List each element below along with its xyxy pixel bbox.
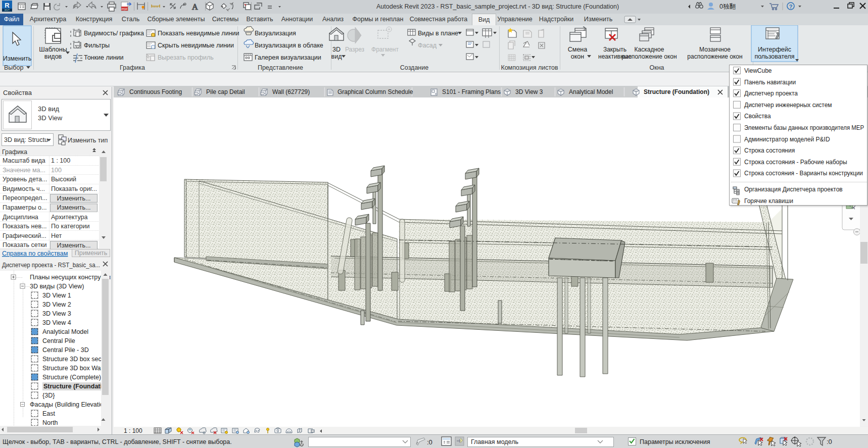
svg-text:Показать невидимые линии: Показать невидимые линии [158, 30, 239, 37]
svg-text:Графический...: Графический... [3, 232, 46, 239]
svg-text:Analytical Model: Analytical Model [569, 88, 613, 95]
svg-text:1 : 100: 1 : 100 [124, 427, 142, 434]
svg-text:Каскадное: Каскадное [635, 46, 664, 53]
svg-text:Мозаичное: Мозаичное [699, 46, 731, 53]
svg-text:Визуализация в облаке: Визуализация в облаке [255, 42, 323, 49]
svg-text:Главная модель: Главная модель [471, 438, 518, 445]
svg-text:Организация Диспетчера проекто: Организация Диспетчера проектов [744, 186, 843, 193]
svg-text:Щелчок - выбор, ТАВ - варианты: Щелчок - выбор, ТАВ - варианты, CTRL - д… [3, 438, 232, 445]
svg-text:1 : 100: 1 : 100 [51, 157, 70, 164]
svg-text:Диспетчер инженерных систем: Диспетчер инженерных систем [744, 102, 832, 109]
svg-text:окон: окон [571, 53, 585, 60]
svg-text:Администратор моделей P&ID: Администратор моделей P&ID [744, 136, 830, 143]
svg-text:Горячие клавиши: Горячие клавиши [744, 197, 793, 205]
svg-text:Интерфейс: Интерфейс [758, 46, 791, 53]
svg-text:Фильтры: Фильтры [84, 42, 110, 49]
svg-text:Тонкие линии: Тонкие линии [84, 54, 124, 61]
svg-text:Видимость/ графика: Видимость/ графика [84, 30, 144, 37]
svg-text:PDF: PDF [122, 8, 128, 11]
svg-text:Строка состояния - Рабочие наб: Строка состояния - Рабочие наборы [744, 159, 847, 166]
svg-text:Визуализация: Визуализация [255, 30, 296, 37]
svg-text:Нет: Нет [51, 232, 62, 239]
svg-text:Представление: Представление [258, 64, 303, 71]
svg-text:ViewCube: ViewCube [744, 67, 772, 74]
svg-text:Справка по свойствам: Справка по свойствам [2, 250, 68, 257]
svg-text:Параметры о...: Параметры о... [3, 204, 46, 211]
svg-text:вид: вид [331, 53, 343, 60]
svg-text:0独翻: 0独翻 [719, 3, 736, 10]
svg-text:Параметры исключения: Параметры исключения [640, 438, 710, 445]
svg-text:R: R [5, 2, 10, 9]
svg-text:Continuous Footing: Continuous Footing [129, 88, 182, 95]
svg-text:Изменить...: Изменить... [57, 204, 91, 211]
svg-text:пользователя: пользователя [754, 53, 794, 60]
svg-text:Изменить: Изменить [3, 55, 31, 62]
svg-text::0: :0 [427, 438, 432, 446]
svg-text:Изменить...: Изменить... [57, 242, 91, 249]
svg-text:Разрез: Разрез [345, 46, 365, 53]
svg-text:Окна: Окна [649, 64, 664, 71]
svg-text:Видимость ч...: Видимость ч... [3, 185, 45, 192]
svg-text:Structure (Foundation): Structure (Foundation) [644, 88, 709, 95]
svg-text:3D View 3: 3D View 3 [515, 88, 543, 95]
svg-text:Значение ма...: Значение ма... [3, 167, 45, 174]
svg-text:Закрыть: Закрыть [603, 46, 626, 53]
svg-text:?: ? [789, 4, 793, 10]
svg-text:Строка состояния - Варианты ко: Строка состояния - Варианты конструкции [744, 170, 863, 177]
svg-text:Wall (627729): Wall (627729) [272, 88, 310, 95]
svg-text:Архитектура: Архитектура [51, 214, 87, 221]
svg-text:S101 - Framing Plans: S101 - Framing Plans [442, 88, 501, 95]
svg-text:Фрагмент: Фрагмент [371, 46, 399, 53]
svg-text:Диспетчер проекта: Диспетчер проекта [744, 90, 798, 97]
svg-text:Графика: Графика [120, 64, 145, 71]
svg-text:Показать нев...: Показать нев... [3, 223, 47, 230]
svg-text:Выбор: Выбор [4, 64, 23, 71]
svg-text:Строка состояния: Строка состояния [744, 147, 795, 154]
svg-text:расположение окон: расположение окон [687, 53, 742, 60]
svg-text:расположение окон: расположение окон [621, 53, 677, 60]
svg-text:A: A [192, 3, 198, 11]
svg-text:Pile cap Detail: Pile cap Detail [206, 88, 245, 95]
svg-text:3D: 3D [332, 46, 341, 53]
svg-text:Виды в плане: Виды в плане [418, 30, 458, 37]
svg-text:Смена: Смена [568, 46, 587, 53]
svg-text:100: 100 [51, 167, 62, 174]
svg-text:Дисциплина: Дисциплина [3, 214, 38, 221]
svg-text:Скрыть невидимые линии: Скрыть невидимые линии [158, 42, 234, 49]
svg-text:Graphical Column Schedule: Graphical Column Schedule [337, 88, 413, 95]
svg-text:Показать ориг...: Показать ориг... [51, 185, 97, 192]
svg-text:Шаблоны: Шаблоны [39, 46, 67, 53]
svg-text:Свойства: Свойства [744, 113, 771, 120]
svg-text:Уровень дета...: Уровень дета... [3, 176, 47, 183]
svg-text:Панель навигации: Панель навигации [744, 79, 796, 86]
svg-text:RVT: RVT [5, 9, 10, 12]
svg-text:Масштаб вида: Масштаб вида [3, 157, 45, 164]
svg-text:Создание: Создание [400, 64, 428, 71]
svg-text:Фасад: Фасад [418, 42, 437, 49]
svg-text:Переопредел...: Переопредел... [3, 194, 47, 202]
svg-text:Высокий: Высокий [51, 176, 76, 183]
svg-text:Показать сетки: Показать сетки [3, 241, 47, 248]
svg-text::0: :0 [827, 438, 832, 445]
svg-text:Галерея визуализации: Галерея визуализации [255, 54, 321, 61]
svg-text:Композиция листов: Композиция листов [501, 64, 558, 71]
svg-text:видов: видов [44, 53, 62, 60]
svg-text:Вырезать профиль: Вырезать профиль [158, 54, 214, 61]
svg-text:Элементы базы данных производи: Элементы базы данных производителя МЕР [744, 124, 864, 131]
svg-text:По категории: По категории [51, 223, 90, 230]
svg-text:Изменить...: Изменить... [57, 195, 91, 202]
